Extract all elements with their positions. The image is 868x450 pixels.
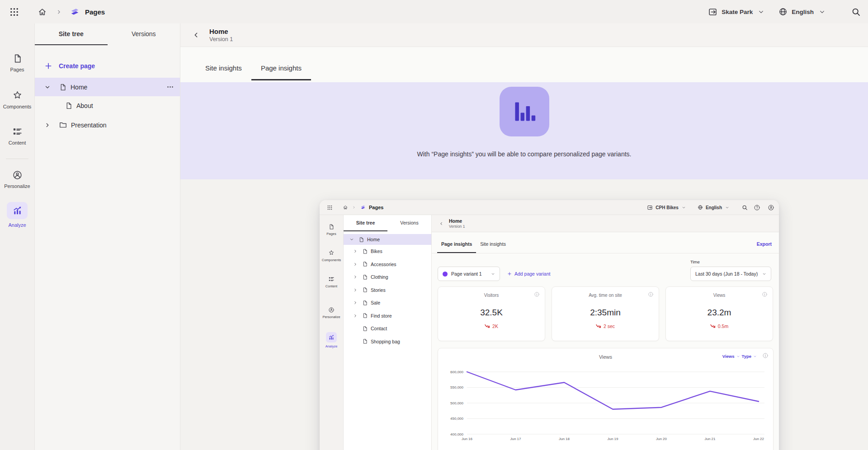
rail-item-content: Content — [320, 276, 343, 288]
metric-label: Views — [666, 293, 773, 298]
time-range-select: Last 30 days (Jun 18 - Today) — [690, 267, 771, 281]
variant-color-dot — [443, 272, 448, 277]
chevron-right-icon — [353, 288, 358, 292]
page-icon — [65, 102, 73, 110]
chevron-down-icon[interactable] — [44, 84, 51, 90]
chevron-down-icon — [725, 206, 729, 210]
page-subtitle: Version 1 — [449, 224, 465, 229]
page-title: Home — [449, 218, 465, 224]
tree-row-accessories: Accessories — [344, 258, 431, 271]
tree-row-sale: Sale — [344, 296, 431, 309]
chevron-right-icon[interactable] — [44, 122, 51, 128]
app-launcher-icon — [327, 205, 333, 211]
preview-main: Home Version 1 Page insights Site insigh… — [432, 215, 779, 450]
rail-label: Personalize — [4, 183, 30, 189]
trend-down-icon — [710, 323, 716, 329]
rail-item-personalize[interactable]: Personalize — [0, 170, 34, 189]
metric-delta-value: 2K — [492, 323, 498, 329]
svg-text:600,000: 600,000 — [450, 370, 463, 374]
rail-label: Content — [9, 140, 26, 145]
tree-row-bikes: Bikes — [344, 245, 431, 258]
globe-icon — [778, 7, 788, 16]
work-area: Pages CPH Bikes English — [180, 179, 868, 450]
kebab-menu-icon[interactable] — [166, 83, 174, 91]
metric-card-views: Views 23.2m 0.5m — [665, 286, 773, 341]
preview-app-rail: Pages Components Content Personalize — [320, 215, 344, 450]
tree-row-about[interactable]: About — [35, 96, 180, 115]
metric-card-avg-time: Avg. time on site 2:35min 2 sec — [552, 286, 659, 341]
breadcrumb-chevron-icon — [352, 206, 356, 209]
insight-tabs: Site insights Page insights — [180, 47, 868, 82]
main-content: Home Version 1 Site insights Page insigh… — [180, 23, 868, 450]
chevron-right-icon — [353, 275, 358, 279]
tree-row-home[interactable]: Home — [35, 78, 180, 96]
info-icon — [762, 291, 768, 297]
language-label: English — [706, 205, 722, 210]
tab-page-insights[interactable]: Page insights — [251, 64, 311, 80]
rail-item-content[interactable]: Content — [0, 127, 34, 145]
rail-label: Personalize — [322, 315, 340, 319]
banner-text: With “Page insights” you will be able to… — [417, 150, 632, 158]
rail-item-analyze[interactable]: Analyze — [0, 202, 34, 228]
tree-label: Sale — [371, 300, 380, 305]
variant-label: Page variant 1 — [451, 271, 482, 277]
globe-icon — [698, 205, 703, 210]
rail-item-components: Components — [320, 250, 343, 262]
views-chart-card: Views Views Type 600,000550,000500,00045… — [438, 348, 774, 450]
rail-item-pages[interactable]: Pages — [0, 53, 34, 72]
add-variant-label: Add page variant — [514, 271, 550, 277]
svg-text:Jun 16: Jun 16 — [462, 437, 473, 441]
tree-row-presentation[interactable]: Presentation — [35, 115, 180, 135]
back-chevron-icon[interactable] — [192, 31, 200, 39]
page-icon — [362, 287, 368, 293]
tab-site-tree[interactable]: Site tree — [35, 23, 108, 45]
chevron-down-icon — [491, 272, 495, 276]
page-icon — [328, 224, 335, 230]
rail-item-pages: Pages — [320, 224, 343, 236]
page-icon — [362, 338, 368, 344]
language-label: English — [792, 9, 814, 15]
metric-delta: 2 sec — [552, 323, 659, 329]
tab-versions[interactable]: Versions — [108, 23, 180, 45]
rail-label: Components — [322, 258, 341, 262]
page-icon — [362, 300, 368, 306]
rail-label: Content — [326, 284, 337, 288]
tree-label: Clothing — [371, 274, 388, 280]
pages-app-logo-icon — [69, 6, 80, 18]
add-page-variant-button: Add page variant — [507, 267, 550, 281]
metric-value: 32.5K — [438, 308, 545, 318]
search-icon[interactable] — [851, 7, 861, 17]
app-launcher-icon[interactable] — [9, 7, 19, 17]
rail-label: Analyze — [8, 222, 26, 228]
chevron-down-icon — [762, 272, 766, 276]
sidebar-tabs: Site tree Versions — [344, 215, 431, 231]
tab-site-tree: Site tree — [344, 215, 387, 231]
time-filter-label: Time — [690, 259, 700, 264]
tree-label: Shopping bag — [371, 339, 400, 344]
pages-app-logo-icon — [360, 204, 366, 211]
rail-item-personalize: Personalize — [320, 307, 343, 319]
page-variant-select: Page variant 1 — [438, 267, 500, 281]
metric-cards: Visitors 32.5K 2K Avg. time on site 2:35… — [438, 286, 773, 341]
chevron-right-icon — [353, 249, 358, 253]
trend-down-icon — [596, 323, 601, 329]
tab-site-insights[interactable]: Site insights — [196, 64, 251, 80]
home-icon — [343, 205, 348, 210]
create-page-button[interactable]: Create page — [44, 56, 180, 75]
components-icon — [12, 90, 23, 101]
plus-icon — [44, 62, 52, 70]
personalize-target-icon — [12, 170, 23, 180]
home-icon[interactable] — [38, 7, 47, 17]
personalize-target-icon — [328, 307, 335, 313]
language-switcher[interactable]: English — [778, 7, 826, 16]
svg-text:500,000: 500,000 — [450, 401, 463, 405]
rail-label: Analyze — [326, 344, 338, 348]
site-switcher-icon — [647, 205, 653, 211]
tree-label: Find store — [371, 313, 392, 319]
rail-item-components[interactable]: Components — [0, 90, 34, 109]
page-header: Home Version 1 — [432, 215, 779, 232]
metric-value: 2:35min — [552, 308, 659, 318]
tree-row-stories: Stories — [344, 284, 431, 297]
site-switcher[interactable]: Skate Park — [708, 7, 764, 17]
page-icon — [12, 53, 23, 64]
